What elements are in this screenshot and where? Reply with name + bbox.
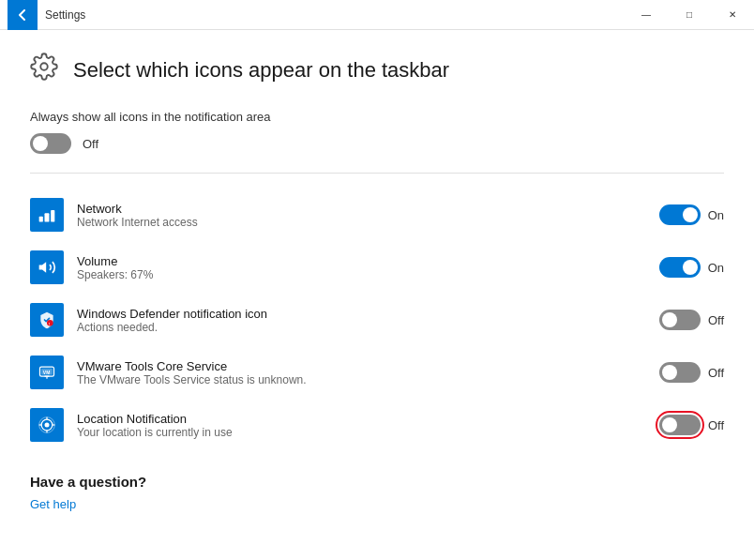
title-bar: Settings — □ ✕ (0, 0, 754, 30)
svg-rect-3 (51, 210, 54, 222)
toggle-thumb (683, 260, 698, 275)
network-toggle[interactable] (659, 204, 701, 225)
item-name: Network (77, 202, 659, 216)
item-text: VMware Tools Core Service The VMware Too… (77, 359, 659, 386)
table-row: Volume Speakers: 67% On (30, 241, 724, 294)
maximize-button[interactable]: □ (668, 0, 711, 30)
item-desc: Speakers: 67% (77, 268, 659, 281)
item-toggle: On (659, 257, 724, 278)
have-question-section: Have a question? Get help (30, 474, 724, 512)
toggle-label: On (708, 208, 724, 222)
svg-point-0 (40, 63, 48, 70)
toggle-label: Off (708, 366, 724, 380)
minimize-button[interactable]: — (625, 0, 668, 30)
show-all-toggle-label: Off (83, 137, 98, 151)
content-area: Select which icons appear on the taskbar… (0, 30, 754, 560)
item-name: Windows Defender notification icon (77, 307, 659, 321)
network-icon (30, 198, 64, 232)
item-name: Volume (77, 254, 659, 268)
vmware-toggle[interactable] (659, 362, 701, 383)
toggle-label: On (708, 261, 724, 275)
item-desc: Your location is currently in use (77, 426, 659, 439)
item-list: Network Network Internet access On (30, 189, 724, 451)
defender-icon: ! (30, 303, 64, 337)
svg-rect-2 (45, 213, 50, 221)
toggle-thumb (683, 207, 698, 222)
table-row: Network Network Internet access On (30, 189, 724, 241)
toggle-label: Off (708, 313, 724, 327)
svg-marker-4 (39, 262, 47, 273)
back-button[interactable] (8, 0, 38, 30)
location-toggle[interactable] (659, 415, 701, 435)
svg-text:VM: VM (43, 370, 51, 375)
table-row: Location Notification Your location is c… (30, 399, 724, 451)
svg-rect-1 (39, 217, 43, 222)
table-row: ! Windows Defender notification icon Act… (30, 294, 724, 346)
settings-window: Settings — □ ✕ Select which icons appear… (0, 0, 754, 560)
settings-gear-icon (30, 53, 58, 87)
show-all-toggle[interactable] (30, 133, 71, 154)
location-icon (30, 408, 64, 442)
have-question-title: Have a question? (30, 474, 724, 490)
item-text: Location Notification Your location is c… (77, 412, 659, 439)
item-toggle: Off (659, 310, 724, 330)
get-help-link[interactable]: Get help (30, 497, 76, 511)
toggle-label: Off (708, 418, 724, 432)
window-controls: — □ ✕ (625, 0, 754, 30)
show-all-toggle-row: Off (30, 133, 724, 154)
toggle-thumb (662, 312, 677, 327)
item-desc: The VMware Tools Service status is unkno… (77, 373, 659, 386)
table-row: VM VMware Tools Core Service The VMware … (30, 346, 724, 399)
page-header: Select which icons appear on the taskbar (30, 53, 724, 87)
item-toggle: Off (659, 415, 724, 435)
item-desc: Actions needed. (77, 321, 659, 334)
defender-toggle[interactable] (659, 310, 701, 330)
section-label: Always show all icons in the notificatio… (30, 110, 724, 124)
svg-point-12 (45, 423, 50, 428)
toggle-thumb (33, 136, 48, 151)
item-desc: Network Internet access (77, 216, 659, 229)
item-text: Network Network Internet access (77, 202, 659, 229)
toggle-thumb (662, 417, 677, 432)
volume-toggle[interactable] (659, 257, 701, 278)
toggle-thumb (662, 365, 677, 380)
window-title: Settings (45, 8, 625, 22)
close-button[interactable]: ✕ (711, 0, 754, 30)
item-name: Location Notification (77, 412, 659, 426)
volume-icon (30, 250, 64, 284)
svg-text:!: ! (49, 322, 50, 326)
item-name: VMware Tools Core Service (77, 359, 659, 373)
item-text: Windows Defender notification icon Actio… (77, 307, 659, 334)
page-title: Select which icons appear on the taskbar (73, 58, 449, 83)
vmware-icon: VM (30, 356, 64, 389)
item-toggle: On (659, 204, 724, 225)
item-toggle: Off (659, 362, 724, 383)
item-text: Volume Speakers: 67% (77, 254, 659, 281)
divider (30, 173, 724, 174)
